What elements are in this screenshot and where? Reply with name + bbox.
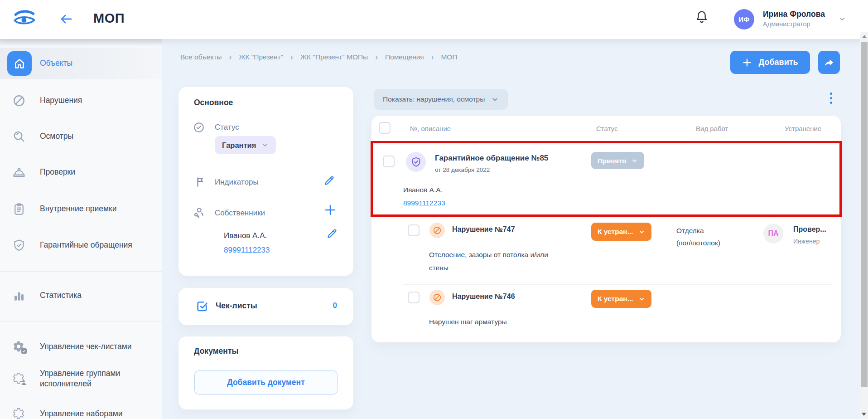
sidebar-item-executor-groups-management[interactable]: Управление группами исполнителей (0, 361, 162, 396)
breadcrumb: Все объекты › ЖК "Презент" › ЖК "Презент… (180, 53, 458, 62)
page-title: МОП (93, 11, 125, 26)
sidebar-item-label: Управление чек-листами (40, 341, 142, 352)
sidebar-item-label: Нарушения (40, 95, 142, 106)
search-icon (12, 130, 26, 143)
sidebar-item-label: Проверки (40, 167, 142, 177)
breadcrumb-separator-icon: › (290, 52, 293, 63)
owner-name: Иванов А.А. (224, 231, 267, 240)
user-role: Администратор (763, 20, 825, 28)
user-info: Ирина Фролова Администратор (763, 10, 825, 28)
row-checkbox[interactable] (408, 292, 420, 303)
sidebar-item-internal-acceptances[interactable]: Внутренние приемки (0, 195, 162, 224)
breadcrumb-item[interactable]: ЖК "Презент" МОПы (300, 53, 368, 61)
row-date: от 28 декабря 2022 (435, 166, 490, 173)
status-dropdown-accepted[interactable]: Принято (591, 152, 644, 169)
row-owner-phone-link[interactable]: 89991112233 (403, 199, 445, 207)
column-header-work-type: Вид работ (696, 125, 728, 132)
status-dropdown-to-fix[interactable]: К устран... (591, 223, 651, 241)
scrollbar-up-arrow-icon[interactable] (862, 35, 867, 38)
main-info-card: Основное Статус Гарантия Индикаторы (178, 87, 353, 276)
sidebar-item-statistics[interactable]: Статистика (0, 281, 162, 310)
sidebar-item-label: Объекты (40, 58, 142, 68)
app-root: МОП ИФ Ирина Фролова Администратор (0, 0, 868, 419)
assignee-name: Провер... (793, 225, 826, 234)
add-owner-plus-icon[interactable] (323, 203, 337, 217)
sidebar-item-label: Осмотры (40, 131, 142, 141)
checklists-count-badge: 0 (333, 301, 337, 310)
show-filter-label: Показать: нарушения, осмотры (383, 95, 485, 103)
vertical-scrollbar[interactable] (860, 32, 868, 419)
breadcrumb-separator-icon: › (375, 52, 378, 63)
scrollbar-down-arrow-icon[interactable] (862, 413, 866, 416)
row-title[interactable]: Нарушение №746 (452, 292, 515, 301)
list-kebab-menu-icon[interactable] (829, 93, 833, 104)
breadcrumb-item[interactable]: Все объекты (180, 53, 222, 61)
sidebar-item-label: Управление группами исполнителей (40, 368, 142, 389)
status-label: К устран... (598, 228, 633, 236)
sidebar: Объекты Нарушения Осмотры (0, 39, 162, 419)
edit-indicators-pencil-icon[interactable] (323, 175, 335, 186)
show-filter-dropdown[interactable]: Показать: нарушения, осмотры (374, 89, 508, 110)
gear-sets-icon (12, 407, 26, 419)
checklist-icon (196, 300, 208, 312)
breadcrumb-separator-icon: › (431, 52, 434, 63)
owner-key-icon (192, 206, 206, 219)
row-description: Отслоение, зазоры от потолка и/или стены (429, 248, 563, 274)
chevron-down-icon (638, 229, 645, 235)
clipboard-icon (12, 202, 26, 216)
sidebar-item-checks[interactable]: Проверки (0, 158, 162, 187)
column-header-status: Статус (596, 125, 617, 132)
sidebar-item-label: Статистика (40, 290, 142, 301)
notifications-bell-icon[interactable] (695, 10, 709, 24)
sidebar-item-violations[interactable]: Нарушения (0, 86, 162, 115)
hard-hat-icon (12, 166, 26, 179)
checklists-card[interactable]: Чек-листы 0 (178, 288, 353, 325)
breadcrumb-item-current: МОП (441, 53, 457, 61)
plus-icon (742, 58, 752, 68)
chevron-down-icon (631, 157, 638, 164)
sidebar-item-sets-management[interactable]: Управление наборами (0, 400, 162, 419)
share-button[interactable] (818, 51, 840, 74)
status-label: Статус (215, 123, 239, 132)
select-all-checkbox[interactable] (379, 122, 391, 134)
status-dropdown-to-fix[interactable]: К устран... (591, 290, 651, 308)
row-checkbox[interactable] (383, 156, 395, 167)
assignee-avatar: ПА (763, 224, 783, 244)
row-checkbox[interactable] (408, 224, 420, 236)
owner-phone-link[interactable]: 89991112233 (224, 246, 270, 255)
row-title[interactable]: Нарушение №747 (452, 225, 515, 234)
records-table: №, описание Статус Вид работ Устранение … (371, 116, 841, 342)
scrollbar-thumb[interactable] (861, 42, 868, 387)
chevron-down-icon (261, 141, 269, 149)
back-arrow-icon[interactable] (59, 12, 73, 26)
prohibition-icon (12, 94, 26, 107)
sidebar-item-inspections[interactable]: Осмотры (0, 122, 162, 151)
sidebar-divider (0, 271, 162, 272)
breadcrumb-item[interactable]: ЖК "Презент" (239, 53, 283, 61)
breadcrumb-item[interactable]: Помещения (385, 53, 424, 61)
sidebar-item-checklist-management[interactable]: Управление чек-листами (0, 332, 162, 361)
status-value-dropdown[interactable]: Гарантия (215, 136, 276, 154)
sidebar-item-objects[interactable]: Объекты (0, 48, 162, 79)
user-avatar[interactable]: ИФ (734, 9, 754, 29)
add-button-label: Добавить (758, 58, 798, 67)
shield-check-icon (12, 239, 26, 252)
edit-owner-pencil-icon[interactable] (326, 228, 338, 239)
sidebar-item-warranty-claims[interactable]: Гарантийные обращения (0, 231, 162, 260)
topbar: МОП ИФ Ирина Фролова Администратор (0, 0, 868, 39)
status-value: Гарантия (222, 141, 256, 150)
checklists-label: Чек-листы (216, 301, 257, 311)
indicators-label: Индикаторы (215, 178, 259, 187)
add-button[interactable]: Добавить (730, 51, 810, 74)
user-menu-chevron-down-icon[interactable] (838, 15, 846, 23)
chevron-down-icon (638, 296, 645, 302)
add-document-button[interactable]: Добавить документ (194, 370, 338, 395)
home-icon (7, 51, 32, 76)
warranty-shield-icon (406, 152, 426, 172)
gear-group-icon (12, 372, 26, 385)
row-title[interactable]: Гарантийное обращение №85 (435, 154, 548, 163)
documents-title: Документы (194, 346, 238, 356)
column-header-remediation: Устранение (785, 125, 821, 132)
main-info-title: Основное (194, 98, 233, 107)
assignee-role: Инженер (793, 238, 820, 245)
